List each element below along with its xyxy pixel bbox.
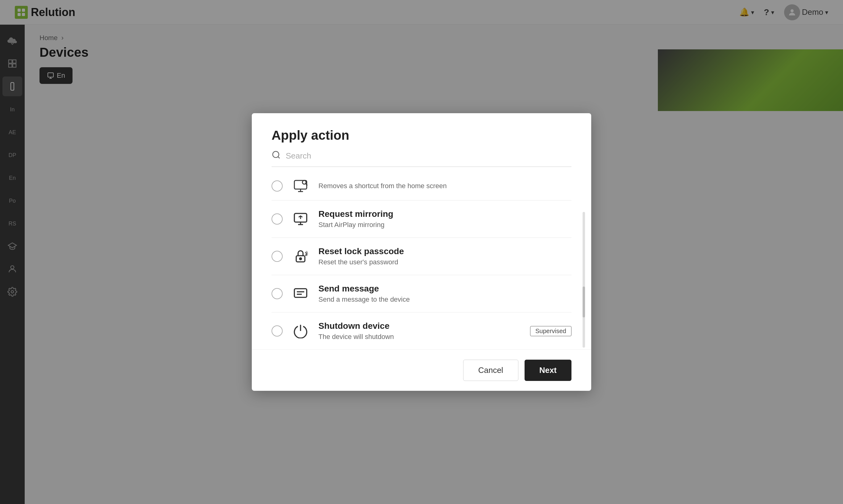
search-input[interactable] bbox=[286, 151, 572, 161]
scrollbar-thumb bbox=[582, 287, 585, 318]
action-name-send-message: Send message bbox=[319, 284, 572, 294]
svg-line-18 bbox=[278, 157, 280, 158]
modal-overlay[interactable]: Apply action bbox=[0, 0, 843, 504]
partial-radio[interactable] bbox=[271, 180, 283, 192]
action-list: Request mirroring Start AirPlay mirrorin… bbox=[271, 200, 572, 349]
action-item-send-message[interactable]: Send message Send a message to the devic… bbox=[271, 275, 572, 312]
modal-header: Apply action bbox=[252, 113, 591, 150]
svg-rect-19 bbox=[294, 180, 307, 189]
search-bar bbox=[271, 150, 572, 167]
partial-action-text: Removes a shortcut from the home screen bbox=[319, 182, 447, 190]
modal-footer: Cancel Next bbox=[252, 349, 591, 391]
text-shutdown-device: Shutdown device The device will shutdown bbox=[319, 321, 521, 341]
radio-send-message[interactable] bbox=[271, 288, 283, 299]
search-icon bbox=[271, 150, 281, 162]
action-name-request-mirroring: Request mirroring bbox=[319, 209, 572, 219]
action-desc-request-mirroring: Start AirPlay mirroring bbox=[319, 221, 572, 229]
icon-reset-lock-passcode bbox=[291, 247, 310, 266]
radio-reset-lock-passcode[interactable] bbox=[271, 251, 283, 262]
partial-action-icon bbox=[291, 177, 310, 195]
svg-point-20 bbox=[302, 180, 306, 184]
action-item-request-mirroring[interactable]: Request mirroring Start AirPlay mirrorin… bbox=[271, 200, 572, 238]
modal: Apply action bbox=[252, 113, 591, 391]
icon-shutdown-device bbox=[291, 322, 310, 340]
text-reset-lock-passcode: Reset lock passcode Reset the user's pas… bbox=[319, 247, 572, 266]
partial-action-item: Removes a shortcut from the home screen bbox=[271, 172, 572, 200]
icon-request-mirroring bbox=[291, 210, 310, 228]
radio-request-mirroring[interactable] bbox=[271, 213, 283, 224]
svg-rect-25 bbox=[294, 289, 307, 298]
action-desc-reset-lock-passcode: Reset the user's password bbox=[319, 258, 572, 266]
action-name-shutdown-device: Shutdown device bbox=[319, 321, 521, 331]
radio-shutdown-device[interactable] bbox=[271, 325, 283, 337]
action-desc-send-message: Send a message to the device bbox=[319, 295, 572, 304]
icon-send-message bbox=[291, 284, 310, 303]
scrollbar-track bbox=[582, 212, 585, 348]
action-item-reset-lock-passcode[interactable]: Reset lock passcode Reset the user's pas… bbox=[271, 238, 572, 275]
text-send-message: Send message Send a message to the devic… bbox=[319, 284, 572, 304]
svg-point-17 bbox=[273, 151, 279, 158]
supervised-badge-shutdown: Supervised bbox=[530, 326, 572, 336]
cancel-button[interactable]: Cancel bbox=[463, 360, 518, 381]
modal-body: Removes a shortcut from the home screen bbox=[252, 150, 591, 349]
action-item-shutdown-device[interactable]: Shutdown device The device will shutdown… bbox=[271, 312, 572, 349]
action-name-reset-lock-passcode: Reset lock passcode bbox=[319, 247, 572, 256]
modal-title: Apply action bbox=[271, 128, 572, 143]
svg-point-24 bbox=[300, 258, 302, 260]
text-request-mirroring: Request mirroring Start AirPlay mirrorin… bbox=[319, 209, 572, 229]
next-button[interactable]: Next bbox=[524, 360, 572, 381]
action-desc-shutdown-device: The device will shutdown bbox=[319, 333, 521, 341]
